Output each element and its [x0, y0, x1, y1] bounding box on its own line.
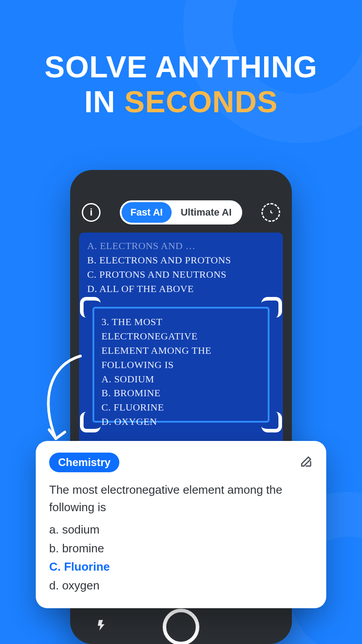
history-button[interactable] — [261, 203, 280, 222]
option-d: d. oxygen — [49, 576, 313, 595]
flash-icon — [95, 617, 108, 633]
shutter-button[interactable] — [163, 609, 199, 644]
seg-fast-ai[interactable]: Fast AI — [122, 202, 172, 223]
history-icon — [266, 208, 276, 217]
headline-line1: SOLVE ANYTHING — [0, 49, 362, 84]
info-button[interactable]: i — [82, 203, 101, 222]
ai-mode-toggle[interactable]: Fast AI Ultimate AI — [120, 200, 243, 225]
hero-headline: SOLVE ANYTHING IN SECONDS — [0, 49, 362, 119]
option-c-answer: C. Fluorine — [49, 558, 313, 576]
capture-row — [70, 606, 292, 644]
scan-selection: 3. THE MOST ELECTRONEGATIVE ELEMENT AMON… — [93, 307, 269, 423]
toolbar: i Fast AI Ultimate AI — [79, 200, 283, 225]
option-a: a. sodium — [49, 521, 313, 539]
edit-icon — [299, 455, 313, 468]
subject-tag[interactable]: Chemistry — [49, 453, 119, 472]
headline-line2: IN SECONDS — [0, 84, 362, 119]
answer-card: Chemistry The most electronegative eleme… — [36, 441, 326, 608]
question-text: The most electronegative element among t… — [49, 481, 313, 516]
flash-button[interactable] — [95, 617, 108, 637]
edit-button[interactable] — [299, 455, 313, 470]
options-list: a. sodium b. bromine C. Fluorine d. oxyg… — [49, 521, 313, 595]
seg-ultimate-ai[interactable]: Ultimate AI — [172, 202, 240, 223]
scan-frame[interactable]: 3. THE MOST ELECTRONEGATIVE ELEMENT AMON… — [82, 299, 280, 431]
info-icon: i — [90, 207, 93, 218]
option-b: b. bromine — [49, 539, 313, 558]
handwriting-above: A. ELECTRONS AND … B. ELECTRONS AND PROT… — [87, 239, 275, 296]
arrow-illustration — [31, 352, 85, 450]
